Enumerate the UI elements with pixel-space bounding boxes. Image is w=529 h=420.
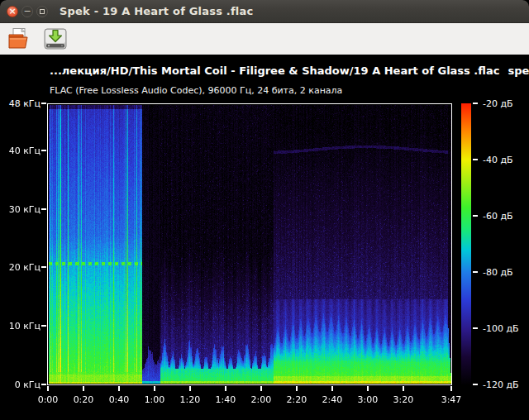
minimize-icon: − [23,7,31,16]
freq-tick-label: 48 кГц [0,98,41,109]
window-title: Spek - 19 A Heart of Glass .flac [60,0,253,23]
db-tick-label: -60 дБ [483,211,513,222]
time-tick-label: 1:00 [136,394,173,405]
app-name: spek [508,64,529,77]
time-tick [296,386,298,391]
time-tick [403,386,404,391]
time-tick-label: 1:40 [207,394,244,405]
heading-row: ...лекция/HD/This Mortal Coil - Filigree… [50,64,526,77]
db-tick [473,271,478,273]
freq-tick-label: 10 кГц [0,321,41,332]
close-icon: × [8,7,16,16]
spectrogram-canvas [49,105,451,384]
freq-tick-label: 0 кГц [0,379,41,390]
time-tick-label: 2:40 [314,394,350,405]
db-tick [473,384,478,385]
file-path-title: ...лекция/HD/This Mortal Coil - Filigree… [50,64,499,77]
time-tick [331,386,333,391]
time-tick [450,386,452,391]
time-tick-label: 3:00 [350,394,386,405]
time-tick-label: 2:00 [243,394,279,405]
time-tick-label: 0:00 [30,394,66,405]
freq-tick [41,384,46,385]
freq-tick [41,150,46,151]
freq-tick [41,208,46,210]
db-tick [473,159,478,160]
db-tick-label: -100 дБ [483,323,519,334]
stream-info: FLAC (Free Lossless Audio Codec), 96000 … [50,85,342,96]
folder-open-icon [7,26,32,51]
freq-tick-label: 40 кГц [0,146,41,156]
time-tick-label: 1:20 [172,394,208,405]
time-tick [118,386,120,391]
time-tick [189,386,191,391]
time-tick [367,386,369,391]
close-button[interactable]: × [7,6,18,17]
freq-tick [41,266,46,268]
time-tick [260,386,262,391]
db-tick-label: -80 дБ [483,267,513,278]
freq-tick [41,103,46,104]
freq-tick-label: 20 кГц [0,262,41,273]
minimize-button[interactable]: − [21,6,33,17]
db-tick [473,327,478,329]
time-tick-label: 3:47 [433,394,469,405]
save-button[interactable] [41,25,69,53]
time-tick [225,386,226,391]
db-tick-label: -20 дБ [483,98,513,109]
spek-window: × − Spek - 19 A Heart of Glass .flac [0,0,529,420]
time-tick-label: 2:20 [279,394,315,405]
time-tick [47,386,49,391]
db-tick [473,215,478,217]
time-tick-label: 3:20 [385,394,422,405]
freq-tick [41,325,46,327]
time-tick-label: 0:40 [101,394,137,405]
titlebar[interactable]: × − Spek - 19 A Heart of Glass .flac [0,0,529,23]
toolbar [0,23,529,55]
open-file-button[interactable] [6,25,34,53]
db-tick-label: -40 дБ [483,155,513,165]
db-tick-label: -120 дБ [483,379,519,390]
analysis-pane: ...лекция/HD/This Mortal Coil - Filigree… [0,55,529,420]
maximize-button[interactable] [36,6,48,17]
maximize-icon [40,9,45,14]
save-drive-icon [43,26,68,51]
db-tick [473,103,478,104]
app-version-badge: spek0.8.2 [508,64,529,77]
freq-tick-label: 30 кГц [0,204,41,215]
time-tick-label: 0:20 [65,394,102,405]
db-colorbar [461,103,471,385]
time-tick [83,386,84,391]
time-tick [154,386,155,391]
